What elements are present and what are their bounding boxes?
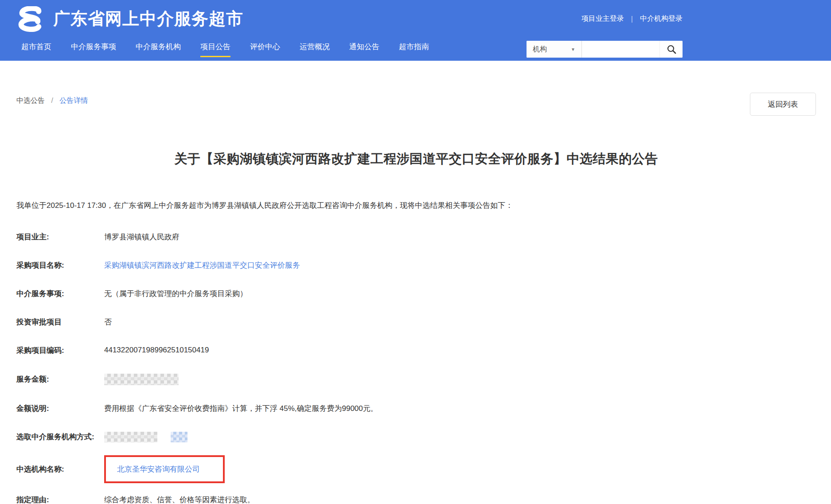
nav-link-home[interactable]: 超市首页 — [21, 42, 51, 56]
field-row-service-amount: 服务金额: — [16, 374, 816, 385]
field-label: 指定理由: — [16, 495, 104, 504]
site-logo-icon — [13, 6, 47, 32]
breadcrumb-current: 公告详情 — [59, 97, 88, 104]
search-box: 机构 ▼ — [527, 41, 683, 58]
field-label: 服务金额: — [16, 374, 104, 384]
field-value: 否 — [104, 317, 112, 327]
field-row-project-owner: 项目业主: 博罗县湖镇镇人民政府 — [16, 232, 816, 242]
field-row-designation-reason: 指定理由: 综合考虑资质、信誉、价格等因素进行选取。 — [16, 495, 816, 504]
back-to-list-button[interactable]: 返回列表 — [750, 93, 816, 116]
search-category-select[interactable]: 机构 ▼ — [527, 41, 582, 58]
nav-link-project-announcements[interactable]: 项目公告 — [200, 42, 230, 57]
nav-link-service-items[interactable]: 中介服务事项 — [71, 42, 116, 56]
chevron-down-icon: ▼ — [571, 47, 575, 52]
breadcrumb-parent[interactable]: 中选公告 — [16, 97, 45, 104]
field-label: 投资审批项目 — [16, 317, 104, 327]
site-title: 广东省网上中介服务超市 — [53, 8, 243, 30]
field-label: 项目业主: — [16, 232, 104, 242]
nav-item-project-announcements: 项目公告 — [200, 42, 230, 57]
nav-item-home: 超市首页 — [21, 42, 51, 57]
nav-item-evaluation: 评价中心 — [250, 42, 280, 57]
field-value: 无（属于非行政管理的中介服务项目采购） — [104, 289, 247, 299]
field-label: 金额说明: — [16, 403, 104, 414]
announcement-fields: 项目业主: 博罗县湖镇镇人民政府 采购项目名称: 采购湖镇镇滨河西路改扩建工程涉… — [16, 232, 816, 504]
field-value: 博罗县湖镇镇人民政府 — [104, 232, 179, 242]
field-value — [104, 374, 179, 385]
search-input[interactable] — [582, 41, 659, 58]
site-brand: 广东省网上中介服务超市 — [13, 6, 243, 32]
announcement-detail-page: 中选公告 / 公告详情 返回列表 关于【采购湖镇镇滨河西路改扩建工程涉国道平交口… — [0, 61, 831, 504]
field-value — [104, 432, 187, 442]
field-row-winning-agency: 中选机构名称: 北京圣华安咨询有限公司 — [16, 455, 816, 483]
field-value: 综合考虑资质、信誉、价格等因素进行选取。 — [104, 495, 255, 504]
nav-link-notices[interactable]: 通知公告 — [349, 42, 379, 56]
field-row-selection-method: 选取中介服务机构方式: — [16, 432, 816, 442]
nav-link-guide[interactable]: 超市指南 — [399, 42, 429, 56]
project-name-link[interactable]: 采购湖镇镇滨河西路改扩建工程涉国道平交口安全评价服务 — [104, 261, 300, 270]
field-value: 北京圣华安咨询有限公司 — [104, 455, 225, 483]
nav-link-operations[interactable]: 运营概况 — [300, 42, 330, 56]
field-row-amount-note: 金额说明: 费用根据《广东省安全评价收费指南》计算，并下浮 45%,确定服务费为… — [16, 403, 816, 414]
field-label: 采购项目编码: — [16, 345, 104, 356]
redacted-method-mosaic-2 — [171, 432, 187, 442]
field-value: 4413220071989962510150419 — [104, 346, 209, 355]
login-separator: | — [631, 15, 633, 23]
field-label: 中介服务事项: — [16, 289, 104, 299]
nav-link-evaluation[interactable]: 评价中心 — [250, 42, 280, 56]
agency-login-link[interactable]: 中介机构登录 — [640, 14, 683, 23]
search-icon — [667, 44, 676, 54]
nav-list: 超市首页 中介服务事项 中介服务机构 项目公告 评价中心 运营概况 通知公告 超… — [21, 42, 429, 57]
nav-item-notices: 通知公告 — [349, 42, 379, 57]
redacted-method-mosaic — [104, 432, 157, 442]
field-row-project-name: 采购项目名称: 采购湖镇镇滨河西路改扩建工程涉国道平交口安全评价服务 — [16, 260, 816, 270]
site-header: 广东省网上中介服务超市 项目业主登录 | 中介机构登录 超市首页 中介服务事项 … — [0, 0, 831, 61]
login-links: 项目业主登录 | 中介机构登录 — [581, 14, 683, 23]
redacted-amount-mosaic — [104, 374, 179, 385]
highlight-red-box: 北京圣华安咨询有限公司 — [104, 455, 225, 483]
main-nav: 超市首页 中介服务事项 中介服务机构 项目公告 评价中心 运营概况 通知公告 超… — [0, 38, 831, 61]
nav-link-agencies[interactable]: 中介服务机构 — [136, 42, 181, 56]
breadcrumb-separator: / — [51, 97, 53, 104]
announcement-intro: 我单位于2025-10-17 17:30，在广东省网上中介服务超市为博罗县湖镇镇… — [16, 200, 816, 211]
header-top-bar: 广东省网上中介服务超市 项目业主登录 | 中介机构登录 — [0, 0, 831, 38]
nav-item-operations: 运营概况 — [300, 42, 330, 57]
search-category-value: 机构 — [533, 45, 547, 54]
field-row-service-item: 中介服务事项: 无（属于非行政管理的中介服务项目采购） — [16, 289, 816, 299]
field-row-investment-approval: 投资审批项目 否 — [16, 317, 816, 327]
nav-item-guide: 超市指南 — [399, 42, 429, 57]
field-label: 中选机构名称: — [16, 464, 104, 474]
owner-login-link[interactable]: 项目业主登录 — [581, 14, 624, 23]
field-label: 选取中介服务机构方式: — [16, 432, 104, 442]
field-label: 采购项目名称: — [16, 260, 104, 270]
breadcrumb: 中选公告 / 公告详情 — [16, 96, 88, 105]
announcement-title: 关于【采购湖镇镇滨河西路改扩建工程涉国道平交口安全评价服务】中选结果的公告 — [16, 150, 816, 168]
field-value: 费用根据《广东省安全评价收费指南》计算，并下浮 45%,确定服务费为99000元… — [104, 403, 378, 414]
field-row-project-code: 采购项目编码: 4413220071989962510150419 — [16, 345, 816, 356]
breadcrumb-row: 中选公告 / 公告详情 返回列表 — [16, 93, 816, 116]
search-button[interactable] — [659, 41, 683, 58]
winning-agency-link[interactable]: 北京圣华安咨询有限公司 — [117, 465, 200, 473]
nav-item-service-items: 中介服务事项 — [71, 42, 116, 57]
nav-item-agencies: 中介服务机构 — [136, 42, 181, 57]
